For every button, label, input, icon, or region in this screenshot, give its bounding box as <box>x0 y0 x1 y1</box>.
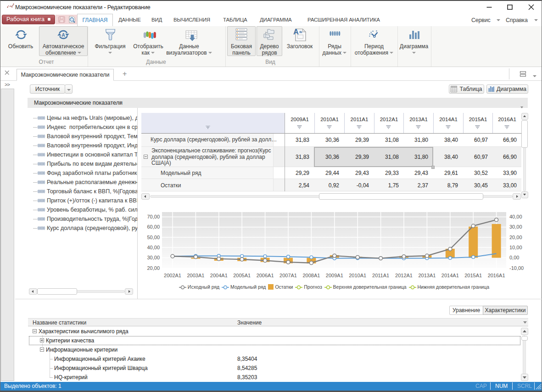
svg-text:10,00: 10,00 <box>509 245 522 250</box>
svg-text:40,00: 40,00 <box>147 245 160 250</box>
svg-text:2006A1: 2006A1 <box>257 273 274 278</box>
svg-text:2007A1: 2007A1 <box>279 273 297 278</box>
svg-text:2004A1: 2004A1 <box>210 273 228 278</box>
svg-text:20,00: 20,00 <box>509 235 522 240</box>
svg-text:0,00: 0,00 <box>509 255 519 260</box>
svg-text:30,00: 30,00 <box>509 224 522 230</box>
svg-text:2002A1: 2002A1 <box>164 273 181 278</box>
svg-text:2005A1: 2005A1 <box>233 273 251 278</box>
svg-text:2009A1: 2009A1 <box>326 273 343 278</box>
svg-text:2014A1: 2014A1 <box>441 273 459 278</box>
svg-text:60,00: 60,00 <box>147 224 160 230</box>
svg-text:70,00: 70,00 <box>147 214 160 219</box>
svg-text:A: A <box>293 28 299 36</box>
svg-text:20,00: 20,00 <box>147 265 160 271</box>
svg-text:A: A <box>61 32 65 38</box>
svg-text:40,00: 40,00 <box>509 214 522 219</box>
svg-text:50,00: 50,00 <box>147 235 160 240</box>
svg-text:2015A1: 2015A1 <box>464 273 482 278</box>
svg-text:2010A1: 2010A1 <box>349 273 366 278</box>
svg-text:30,00: 30,00 <box>147 255 160 260</box>
svg-text:2012A1: 2012A1 <box>395 273 413 278</box>
svg-text:2016A1: 2016A1 <box>488 273 505 278</box>
svg-text:-10,00: -10,00 <box>509 265 524 271</box>
svg-text:2011A1: 2011A1 <box>372 273 389 278</box>
svg-text:2003A1: 2003A1 <box>187 273 204 278</box>
svg-text:2008A1: 2008A1 <box>302 273 320 278</box>
svg-text:2013A1: 2013A1 <box>418 273 436 278</box>
